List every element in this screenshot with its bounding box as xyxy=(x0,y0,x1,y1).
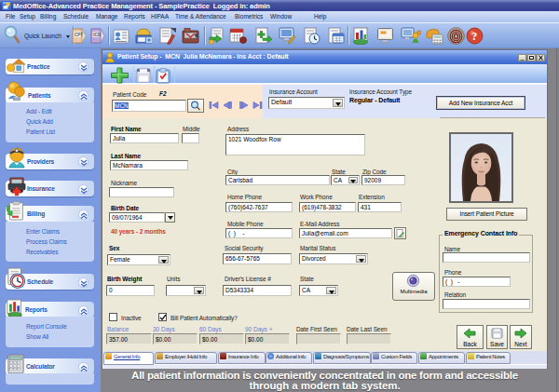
svg-text:CPT: CPT xyxy=(75,33,83,37)
svg-text:?: ? xyxy=(471,30,477,43)
svg-text:ICD: ICD xyxy=(93,33,102,37)
